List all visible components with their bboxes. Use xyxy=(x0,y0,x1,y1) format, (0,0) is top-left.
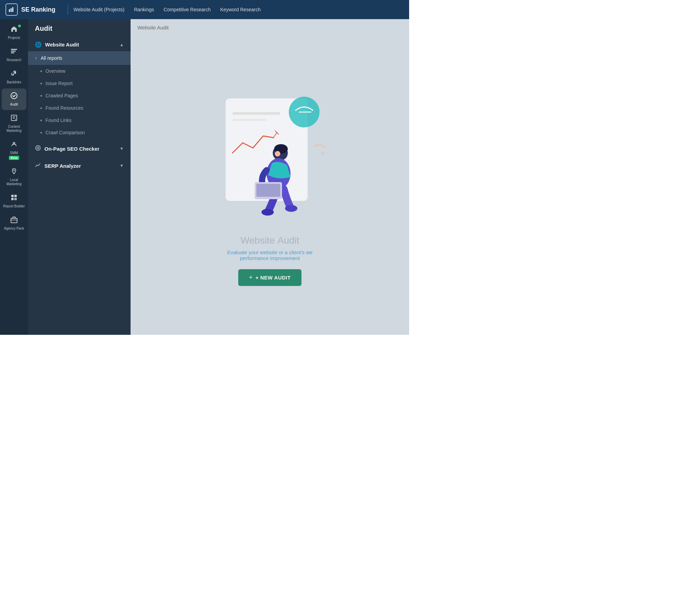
sidebar-item-smm[interactable]: SMM Beta xyxy=(2,137,26,163)
svg-point-29 xyxy=(322,152,324,154)
main-heading-light: Audit xyxy=(278,235,299,246)
dot-icon xyxy=(40,70,42,72)
sidebar-item-audit[interactable]: Audit xyxy=(2,88,26,110)
menu-sub-crawl-comparison-label: Crawl Comparison xyxy=(45,130,85,135)
all-reports-item[interactable]: ↑ All reports xyxy=(28,51,131,65)
chevron-down-icon: ▼ xyxy=(120,146,124,151)
smm-icon xyxy=(10,140,18,150)
sidebar-item-backlinks[interactable]: Backlinks xyxy=(2,66,26,88)
main-subtitle: Evaluate your website or a client's we p… xyxy=(227,249,313,261)
svg-point-9 xyxy=(13,169,15,171)
home-icon xyxy=(10,25,18,35)
nav-divider xyxy=(68,4,68,15)
new-audit-label: + NEW AUDIT xyxy=(256,275,291,280)
nav-link-website-audit[interactable]: Website Audit (Projects) xyxy=(73,7,124,12)
globe-icon: 🌐 xyxy=(35,41,42,48)
sidebar-item-research-label: Research xyxy=(7,58,22,62)
menu-sub-issue-report[interactable]: Issue Report xyxy=(28,77,131,90)
svg-rect-13 xyxy=(14,198,17,200)
main-center: Website Audit Evaluate your website or a… xyxy=(131,36,409,334)
menu-sub-found-links-label: Found Links xyxy=(45,118,71,123)
menu-sub-overview-label: Overview xyxy=(45,68,65,74)
svg-rect-5 xyxy=(11,52,14,53)
chevron-up-icon: ▲ xyxy=(120,42,124,47)
menu-section-onpage-seo: On-Page SEO Checker ▼ xyxy=(28,141,131,156)
menu-section-serp-analyzer-header[interactable]: SERP Analyzer ▼ xyxy=(28,159,131,173)
svg-rect-12 xyxy=(11,198,14,200)
main-heading: Website Audit xyxy=(240,235,299,246)
svg-point-8 xyxy=(13,142,15,144)
menu-section-website-audit-header[interactable]: 🌐 Website Audit ▲ xyxy=(28,38,131,51)
dot-icon xyxy=(40,95,42,97)
svg-point-24 xyxy=(261,209,274,216)
menu-sub-crawl-comparison[interactable]: Crawl Comparison xyxy=(28,126,131,139)
sidebar-item-research[interactable]: Research xyxy=(2,44,26,66)
svg-point-16 xyxy=(37,147,39,149)
research-icon xyxy=(10,47,18,57)
svg-rect-11 xyxy=(14,195,17,197)
menu-section-onpage-seo-header[interactable]: On-Page SEO Checker ▼ xyxy=(28,141,131,156)
chevron-down-icon: ▼ xyxy=(120,163,124,168)
illustration-area xyxy=(205,85,335,228)
nav-link-rankings[interactable]: Rankings xyxy=(134,7,154,12)
sidebar-item-local-marketing-label: Local Marketing xyxy=(3,178,25,186)
nav-link-competitive-research[interactable]: Competitive Research xyxy=(164,7,211,12)
svg-rect-1 xyxy=(11,8,12,12)
dot-icon xyxy=(40,120,42,121)
backlinks-icon xyxy=(10,70,18,79)
content-marketing-icon xyxy=(10,114,18,123)
new-audit-button[interactable]: + + NEW AUDIT xyxy=(238,269,302,286)
website-audit-illustration xyxy=(205,85,335,228)
menu-sub-crawled-pages-label: Crawled Pages xyxy=(45,93,78,98)
sidebar-item-audit-label: Audit xyxy=(10,102,18,107)
svg-rect-27 xyxy=(256,184,280,197)
svg-point-6 xyxy=(11,93,17,99)
logo-icon xyxy=(5,3,18,16)
all-reports-icon: ↑ xyxy=(35,55,37,61)
menu-section-serp-analyzer-label: SERP Analyzer xyxy=(44,163,81,169)
dot-icon xyxy=(40,132,42,134)
audit-menu: Audit 🌐 Website Audit ▲ ↑ All reports Ov… xyxy=(28,19,131,335)
main-content: Website Audit xyxy=(131,19,409,335)
svg-rect-2 xyxy=(12,7,13,12)
sidebar-item-agency-pack-label: Agency Pack xyxy=(4,227,24,231)
logo[interactable]: SE Ranking xyxy=(5,3,55,16)
sidebar-item-local-marketing[interactable]: Local Marketing xyxy=(2,164,26,190)
menu-sub-issue-report-label: Issue Report xyxy=(45,81,72,86)
sidebar-item-projects-label: Projects xyxy=(8,36,20,40)
svg-rect-10 xyxy=(11,195,14,197)
svg-point-25 xyxy=(285,205,297,212)
svg-rect-3 xyxy=(11,49,17,50)
menu-section-website-audit-label: Website Audit xyxy=(45,42,79,47)
svg-rect-18 xyxy=(232,112,280,115)
chart-line-icon xyxy=(35,162,41,169)
sidebar-item-agency-pack[interactable]: Agency Pack xyxy=(2,213,26,234)
sidebar-item-content-marketing[interactable]: Content Marketing xyxy=(2,111,26,136)
green-dot xyxy=(18,25,21,27)
breadcrumb: Website Audit xyxy=(131,19,409,36)
search-circle-icon xyxy=(35,145,41,152)
main-subtitle-text2: performance improvement xyxy=(240,255,300,261)
sidebar-item-report-builder-label: Report Builder xyxy=(3,204,25,208)
dot-icon xyxy=(40,107,42,109)
menu-sub-crawled-pages[interactable]: Crawled Pages xyxy=(28,90,131,102)
report-builder-icon xyxy=(10,194,18,203)
svg-rect-19 xyxy=(232,119,267,121)
nav-link-keyword-research[interactable]: Keyword Research xyxy=(220,7,260,12)
main-subtitle-text: Evaluate your website or a client's we xyxy=(227,249,313,255)
menu-sub-found-resources[interactable]: Found Resources xyxy=(28,102,131,114)
beta-badge: Beta xyxy=(9,156,19,160)
sidebar-item-report-builder[interactable]: Report Builder xyxy=(2,190,26,212)
dot-icon xyxy=(40,83,42,84)
menu-sub-overview[interactable]: Overview xyxy=(28,65,131,77)
top-nav: SE Ranking Website Audit (Projects) Rank… xyxy=(0,0,409,19)
sidebar-item-projects[interactable]: Projects xyxy=(2,22,26,43)
menu-sub-found-links[interactable]: Found Links xyxy=(28,114,131,126)
menu-section-onpage-seo-label: On-Page SEO Checker xyxy=(44,146,99,152)
svg-point-15 xyxy=(36,146,40,150)
plus-icon: + xyxy=(249,274,253,281)
logo-text: SE Ranking xyxy=(21,6,55,13)
svg-point-28 xyxy=(275,151,280,156)
menu-section-serp-analyzer: SERP Analyzer ▼ xyxy=(28,159,131,173)
sidebar-item-backlinks-label: Backlinks xyxy=(7,80,21,84)
